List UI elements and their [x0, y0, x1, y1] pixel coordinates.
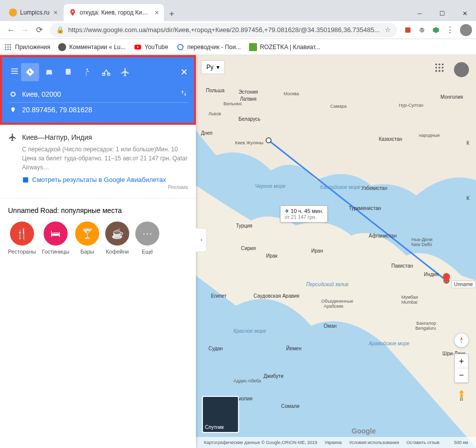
svg-point-8	[8, 46, 9, 48]
language-selector[interactable]: Ру ▾	[201, 60, 225, 74]
popular-label: Гостиницы	[42, 249, 69, 255]
extension-icon[interactable]: 57	[416, 25, 427, 36]
collapse-panel-button[interactable]	[196, 228, 207, 252]
svg-point-33	[435, 70, 437, 72]
plane-icon	[8, 133, 17, 142]
main-content: ✕ Киев—Нагпур, Индия С пересадкой (Число	[0, 55, 476, 448]
swap-icon[interactable]	[180, 89, 188, 99]
youtube-icon	[134, 43, 142, 51]
popular-icon: 🍴	[10, 221, 34, 246]
popular-icon: 🍸	[75, 221, 99, 246]
svg-point-11	[8, 49, 9, 50]
compass-button[interactable]	[454, 333, 469, 348]
omnibox[interactable]: 🔒 https://www.google.com.ua/maps/dir/Кие…	[50, 23, 397, 37]
forward-button[interactable]: →	[18, 23, 32, 37]
menu-icon[interactable]: ⋮	[444, 25, 455, 36]
flight-result-card[interactable]: Киев—Нагпур, Индия С пересадкой (Число п…	[0, 125, 196, 198]
bookmark-icon	[58, 43, 66, 51]
close-icon[interactable]: ×	[54, 9, 58, 17]
flight-title: Киев—Нагпур, Индия	[22, 133, 92, 141]
popular-title: Unnamed Road: популярные места	[8, 206, 188, 214]
user-avatar[interactable]	[454, 62, 469, 77]
svg-point-29	[442, 64, 444, 66]
flight-tooltip[interactable]: ✈ 10 ч. 45 мин. от 21 147 грн.	[280, 205, 328, 222]
ad-label: Реклама	[8, 184, 188, 190]
svg-point-17	[69, 73, 70, 74]
flight-subtitle: С пересадкой (Число пересадок: 1 или бол…	[22, 145, 188, 172]
extension-icon[interactable]	[430, 25, 441, 36]
new-tab-button[interactable]: +	[165, 7, 179, 21]
lock-icon: 🔒	[56, 26, 64, 34]
browser-tab[interactable]: откуда: Киев, город Киев; куда ×	[64, 4, 164, 21]
mode-flight[interactable]	[116, 63, 134, 81]
mode-car[interactable]	[40, 63, 58, 81]
apps-icon[interactable]	[434, 62, 447, 75]
map-top-right-controls	[434, 62, 469, 77]
zoom-out-button[interactable]: −	[455, 368, 468, 382]
menu-icon[interactable]	[8, 65, 21, 80]
flights-icon	[22, 176, 29, 183]
apps-button[interactable]: Приложения	[4, 43, 50, 51]
svg-rect-37	[460, 394, 463, 398]
copyright-text: Картографические данные © Google,ORION-M…	[204, 440, 317, 445]
bookmark-label: ROZETKA | Клавиат...	[260, 44, 320, 51]
satellite-toggle[interactable]: Спутник	[202, 396, 239, 433]
svg-point-16	[67, 73, 68, 74]
pegman-button[interactable]	[454, 389, 468, 403]
back-button[interactable]: ←	[4, 23, 18, 37]
maximize-button[interactable]: ☐	[431, 6, 453, 21]
map-footer: Картографические данные © Google,ORION-M…	[196, 437, 476, 448]
feedback-link[interactable]: Оставить отзыв	[406, 440, 439, 445]
close-icon[interactable]: ×	[155, 9, 159, 17]
popular-label: Ещё	[142, 249, 153, 255]
directions-box: ✕	[0, 55, 196, 125]
star-icon[interactable]: ☆	[385, 26, 391, 34]
mode-transit[interactable]	[59, 63, 77, 81]
google-icon	[176, 43, 184, 51]
country-text: Украина	[325, 440, 342, 445]
svg-point-25	[266, 138, 271, 143]
popular-item[interactable]: ☕Кофейни	[105, 221, 129, 255]
svg-point-31	[438, 67, 440, 69]
popular-item[interactable]: 🍴Рестораны	[8, 221, 36, 255]
zoom-in-button[interactable]: +	[455, 354, 468, 368]
chevron-down-icon: ▾	[216, 64, 219, 71]
mode-walk[interactable]	[78, 63, 96, 81]
browser-tab[interactable]: Lumpics.ru ×	[4, 4, 63, 21]
favicon	[69, 9, 77, 17]
destination-input[interactable]	[22, 106, 188, 114]
svg-point-18	[86, 69, 88, 70]
svg-point-10	[5, 49, 7, 50]
extension-icon[interactable]	[402, 25, 413, 36]
svg-point-32	[442, 67, 444, 69]
svg-rect-15	[66, 69, 71, 75]
minimize-button[interactable]: ─	[408, 6, 431, 21]
svg-point-9	[10, 46, 11, 48]
svg-point-6	[10, 44, 11, 46]
terms-link[interactable]: Условия использования	[349, 440, 399, 445]
popular-item[interactable]: 🛏Гостиницы	[42, 221, 69, 255]
map-canvas[interactable]: Ру ▾ ✈ 10 ч. 45 мин. от 21 147 грн. Unna…	[196, 55, 476, 448]
origin-input[interactable]	[22, 90, 176, 98]
reload-button[interactable]: ⟳	[32, 23, 46, 37]
mode-best[interactable]	[21, 63, 39, 81]
plane-icon: ✈	[285, 208, 289, 214]
mode-bike[interactable]	[97, 63, 115, 81]
close-icon[interactable]: ✕	[180, 67, 188, 78]
popular-label: Кофейни	[106, 249, 129, 255]
flight-link[interactable]: Смотреть результаты в Google Авиабилетах	[22, 176, 188, 183]
popular-item[interactable]: ⋯Ещё	[135, 221, 159, 255]
bookmark-label: YouTube	[145, 44, 168, 51]
bookmark-label: Комментарии « Lu...	[69, 44, 125, 51]
svg-point-7	[5, 46, 7, 48]
origin-marker-icon	[8, 91, 18, 97]
bookmark-item[interactable]: ROZETKA | Клавиат...	[249, 43, 320, 51]
bookmark-item[interactable]: переводчик - Пои...	[176, 43, 241, 51]
profile-avatar[interactable]	[460, 24, 472, 36]
close-button[interactable]: ✕	[453, 6, 476, 21]
popular-label: Рестораны	[8, 249, 36, 255]
bookmark-item[interactable]: Комментарии « Lu...	[58, 43, 125, 51]
satellite-label: Спутник	[205, 424, 224, 430]
bookmark-item[interactable]: YouTube	[134, 43, 168, 51]
popular-item[interactable]: 🍸Бары	[75, 221, 99, 255]
